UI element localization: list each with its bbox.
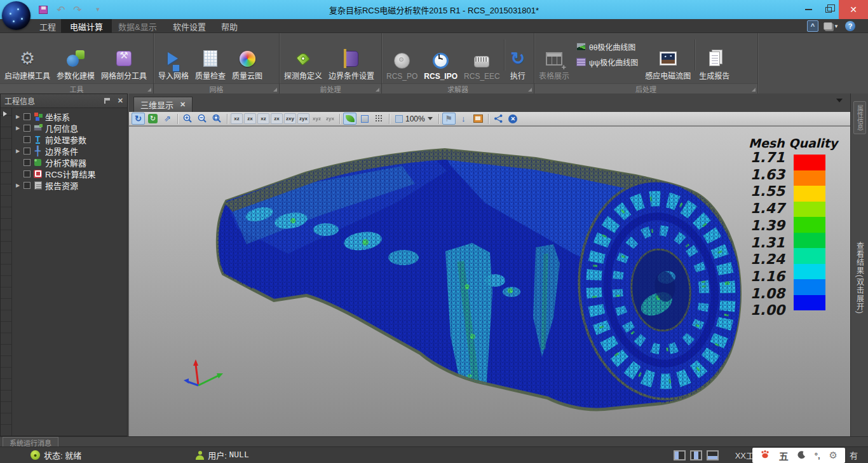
expand-arrow-icon[interactable]: ▶ — [15, 114, 21, 120]
face-select-icon[interactable]: ⚑ — [442, 113, 456, 125]
tree-item-boundary-conditions[interactable]: ▶ ╀ 边界条件 — [12, 145, 127, 156]
minimize-button[interactable] — [798, 0, 818, 19]
property-info-tab[interactable]: 属性信息 — [853, 101, 866, 134]
tab-em-computation[interactable]: 电磁计算 — [61, 19, 112, 33]
boundary-condition-settings-button[interactable]: 边界条件设置 — [325, 34, 377, 83]
checkbox[interactable] — [24, 159, 31, 166]
window-title: 复杂目标RCS电磁分析软件2015 R1 - RCS_2015031801* — [0, 0, 868, 19]
tab-help[interactable]: 帮助 — [212, 19, 247, 33]
layout-left-panel-icon[interactable] — [674, 450, 686, 460]
view-zx-icon[interactable]: zx — [271, 113, 283, 124]
tree-item-rcs-results[interactable]: RCS计算结果 — [12, 168, 127, 179]
ime-moon-icon[interactable] — [797, 450, 806, 461]
tree-item-report-resources[interactable]: ▶ 报告资源 — [12, 179, 127, 191]
points-view-icon[interactable] — [372, 113, 386, 125]
checkbox[interactable] — [24, 148, 31, 155]
sync-refresh-icon[interactable]: ↻ — [146, 113, 159, 125]
zoom-out-icon[interactable] — [196, 113, 209, 125]
tab-software-settings[interactable]: 软件设置 — [164, 19, 215, 33]
layout-center-panel-icon[interactable] — [690, 450, 702, 460]
checkbox[interactable] — [24, 182, 31, 189]
view-results-tab[interactable]: 查看结果(双击展开) — [853, 224, 867, 332]
checkbox[interactable] — [24, 113, 31, 120]
viewport-3d[interactable]: Mesh Quality 1.711.631.551.471.391.311.2… — [129, 126, 850, 436]
detect-angle-define-button[interactable]: 探测角定义 — [281, 34, 325, 83]
dialog-launcher-icon[interactable] — [376, 88, 379, 92]
checkbox[interactable] — [24, 170, 31, 177]
import-mesh-button[interactable]: 导入网格 — [155, 34, 192, 83]
view-zyx-icon[interactable]: zyx — [324, 113, 336, 124]
divider — [339, 114, 340, 124]
restore-button[interactable] — [818, 0, 839, 19]
dialog-launcher-icon[interactable] — [752, 88, 756, 92]
collapse-ribbon-icon[interactable]: ^ — [807, 20, 818, 32]
ime-punct-icon[interactable]: °, — [815, 451, 820, 460]
view-zx-icon[interactable]: zx — [244, 113, 256, 124]
zoom-in-icon[interactable] — [181, 113, 194, 125]
induced-em-current-map-button[interactable]: 感应电磁流图 — [642, 34, 694, 83]
pan-arrow-icon[interactable]: ⇗ — [161, 113, 174, 125]
rcs-ipo-button[interactable]: RCS_IPO — [421, 34, 461, 83]
tab-data-display[interactable]: 数据&显示 — [109, 19, 166, 33]
checkbox[interactable] — [24, 136, 31, 143]
view-xyz-icon[interactable]: xyz — [311, 113, 323, 124]
share-icon[interactable] — [492, 113, 505, 125]
app-logo[interactable] — [2, 1, 31, 30]
view-xz-icon[interactable]: xz — [231, 113, 243, 124]
snapshot-icon[interactable] — [471, 113, 485, 125]
expand-arrow-icon[interactable]: ▶ — [15, 183, 21, 188]
zoom-window-icon[interactable] — [210, 113, 224, 125]
solver-puzzle-icon — [33, 158, 43, 167]
help-icon[interactable]: ? — [845, 20, 855, 32]
dialog-launcher-icon[interactable] — [147, 88, 151, 92]
tree-item-geometry-info[interactable]: ▶ 几何信息 — [12, 122, 127, 134]
close-button[interactable]: ✕ — [839, 0, 868, 19]
expand-arrow-icon[interactable]: ▶ — [15, 125, 21, 131]
close-tab-icon[interactable]: ✕ — [180, 100, 186, 109]
generate-report-button[interactable]: 生成报告 — [696, 34, 733, 83]
close-circle-icon[interactable]: ✕ — [506, 113, 520, 125]
rcs-po-button[interactable]: RCS_PO — [383, 34, 421, 83]
execute-button[interactable]: ↻ 执行 — [505, 34, 531, 83]
parametric-modeling-button[interactable]: 参数化建模 — [53, 34, 98, 83]
tab-overflow-icon[interactable] — [836, 99, 843, 106]
divider — [695, 39, 695, 71]
view-zyx-icon[interactable]: zyx — [297, 113, 309, 124]
tree-item-preprocess-params[interactable]: T 前处理参数 — [12, 134, 127, 145]
ime-wubi-mode[interactable]: 五 — [779, 449, 789, 462]
run-refresh-icon: ↻ — [508, 49, 527, 68]
pin-icon[interactable] — [104, 98, 110, 104]
book-icon — [342, 49, 361, 68]
tab-project[interactable]: 工程 — [31, 19, 65, 33]
wireframe-view-icon[interactable] — [358, 113, 371, 125]
zoom-level-select[interactable]: 100% — [393, 113, 435, 125]
user-value: NULL — [229, 450, 249, 460]
view-xz-icon[interactable]: xz — [257, 113, 269, 124]
table-display-button[interactable]: 表格展示 — [536, 34, 573, 83]
tree-item-coordinate-system[interactable]: ▶ 坐标系 — [12, 111, 127, 122]
rotate-icon[interactable]: ↻ — [132, 113, 145, 125]
system-message-tab[interactable]: 系统运行消息 — [3, 437, 58, 447]
tab-3d-display[interactable]: 三维显示 ✕ — [133, 97, 193, 112]
close-icon[interactable]: ✕ — [118, 97, 123, 105]
tree-item-analysis-solver[interactable]: 分析求解器 — [12, 156, 127, 168]
shaded-view-icon[interactable] — [343, 113, 356, 125]
checkbox[interactable] — [24, 125, 31, 132]
quality-cloud-map-button[interactable]: 质量云图 — [229, 34, 266, 83]
rcs-eec-button[interactable]: RCS_EEC — [461, 34, 503, 83]
ime-paw-icon[interactable] — [760, 450, 770, 461]
dialog-launcher-icon[interactable] — [273, 88, 277, 92]
import-direction-icon[interactable]: ↓ — [457, 113, 470, 125]
view-zxy-icon[interactable]: zxy — [284, 113, 296, 124]
mesh-partition-tool-button[interactable]: 网格剖分工具 — [98, 34, 150, 83]
ime-gear-icon[interactable]: ⚙ — [829, 450, 837, 461]
display-style-icon[interactable]: ▼ — [824, 20, 839, 32]
theta-theta-polar-curve-button[interactable]: θθ极化曲线图 — [576, 41, 638, 52]
quality-check-button[interactable]: 质量检查 — [192, 34, 229, 83]
dialog-launcher-icon[interactable] — [528, 88, 532, 92]
layout-bottom-panel-icon[interactable] — [707, 450, 719, 460]
psi-psi-polar-curve-button[interactable]: ψψ极化曲线图 — [576, 57, 638, 67]
expand-arrow-icon[interactable]: ▶ — [15, 148, 21, 154]
start-modeling-tool-button[interactable]: ⚙ 启动建模工具 — [1, 34, 53, 83]
legend-value: 1.00 — [734, 304, 785, 317]
